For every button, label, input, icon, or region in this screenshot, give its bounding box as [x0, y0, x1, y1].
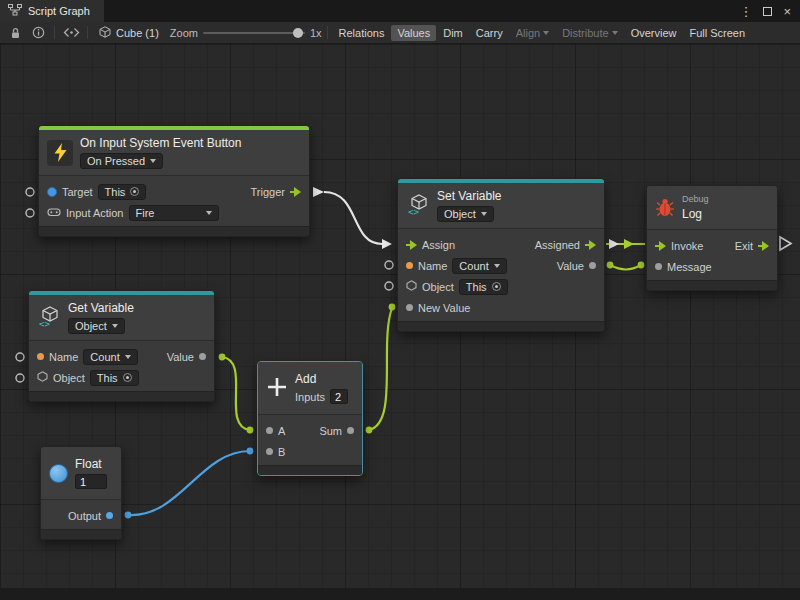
fullscreen-label: Full Screen [689, 27, 745, 39]
fullscreen-button[interactable]: Full Screen [683, 25, 751, 41]
titlebar: Script Graph ⋮ × [0, 0, 800, 22]
assign-input-port[interactable] [406, 240, 417, 250]
variable-scope-dropdown[interactable]: Object [68, 318, 125, 334]
sum-output-port[interactable] [347, 427, 354, 434]
input-action-dropdown[interactable]: Fire [129, 205, 219, 221]
event-mode-dropdown[interactable]: On Pressed [80, 153, 163, 169]
invoke-input-port[interactable] [655, 241, 666, 251]
a-input-port[interactable] [266, 427, 273, 434]
tab-script-graph[interactable]: Script Graph [0, 0, 104, 22]
port-row-output: Output [41, 505, 121, 526]
toolbar-separator [327, 26, 328, 39]
graph-toolbar: Cube (1) Zoom 1x Relations Values Dim Ca… [0, 22, 800, 44]
graph-canvas[interactable]: On Input System Event Button On Pressed … [0, 44, 800, 600]
assigned-output-port[interactable] [585, 240, 596, 250]
overview-button[interactable]: Overview [625, 25, 683, 41]
message-input-port[interactable] [655, 263, 662, 270]
message-port-label: Message [667, 261, 712, 273]
float-node[interactable]: Float 1 Output [40, 446, 122, 540]
variable-name-dropdown[interactable]: Count [452, 258, 506, 274]
inputs-count-field[interactable]: 2 [330, 389, 348, 404]
plus-icon [266, 376, 288, 400]
name-input-port[interactable] [37, 353, 44, 360]
node-footer [647, 280, 777, 290]
get-variable-node[interactable]: <> Get Variable Object Name Count [28, 290, 215, 402]
dropdown-caret-icon [481, 212, 487, 216]
port-row-message: Message [647, 256, 777, 277]
node-title: Set Variable [437, 189, 501, 203]
assign-port-label: Assign [422, 239, 455, 251]
target-object-chip[interactable]: This [98, 184, 147, 200]
object-picker-icon[interactable] [123, 373, 132, 382]
dropdown-caret-icon [125, 355, 131, 359]
dim-button[interactable]: Dim [437, 25, 469, 41]
debug-log-node[interactable]: Debug Log Invoke Exit Message [646, 185, 778, 291]
object-picker-icon[interactable] [130, 187, 139, 196]
svg-text:<>: <> [408, 207, 419, 217]
relations-label: Relations [339, 27, 385, 39]
svg-text:<>: <> [39, 319, 50, 329]
object-target-value: This [97, 372, 118, 384]
code-chevrons-icon[interactable] [60, 24, 82, 42]
set-variable-node[interactable]: <> Set Variable Object Assign Assigned [397, 178, 605, 332]
toolbar-separator [54, 26, 55, 39]
graph-target-object[interactable]: Cube (1) [93, 26, 165, 40]
node-title: Get Variable [68, 301, 134, 315]
value-output-port[interactable] [589, 262, 596, 269]
carry-label: Carry [476, 27, 503, 39]
object-target-chip[interactable]: This [90, 370, 139, 386]
node-title: Log [682, 207, 709, 221]
bug-icon [655, 197, 675, 219]
variable-scope-dropdown[interactable]: Object [437, 206, 494, 222]
port-row-target: Target This Trigger [39, 181, 309, 202]
maximize-icon[interactable] [763, 7, 772, 16]
name-port-label: Name [49, 351, 78, 363]
b-input-port[interactable] [266, 448, 273, 455]
node-footer [29, 391, 214, 401]
distribute-button[interactable]: Distribute [556, 25, 623, 41]
port-row-b: B [258, 441, 362, 462]
script-graph-icon [8, 4, 22, 18]
values-button[interactable]: Values [391, 25, 436, 41]
node-header: Add Inputs 2 [258, 362, 362, 415]
variable-name-dropdown[interactable]: Count [83, 349, 137, 365]
add-node[interactable]: Add Inputs 2 A Sum B [257, 361, 363, 476]
value-output-port[interactable] [199, 353, 206, 360]
target-object-value: This [105, 186, 126, 198]
exit-output-port[interactable] [758, 241, 769, 251]
on-input-event-node[interactable]: On Input System Event Button On Pressed … [38, 125, 310, 237]
node-header: <> Set Variable Object [398, 183, 604, 229]
a-port-label: A [278, 425, 285, 437]
window-controls: ⋮ × [739, 0, 800, 22]
carry-button[interactable]: Carry [470, 25, 509, 41]
variable-cube-icon: <> [406, 193, 430, 219]
new-value-input-port[interactable] [406, 304, 413, 311]
lock-icon[interactable] [4, 24, 26, 42]
float-value-field[interactable]: 1 [75, 474, 107, 489]
align-button[interactable]: Align [510, 25, 555, 41]
value-port-label: Value [167, 351, 194, 363]
node-header: On Input System Event Button On Pressed [39, 130, 309, 176]
info-icon[interactable] [27, 24, 49, 42]
object-picker-icon[interactable] [492, 282, 501, 291]
trigger-output-port[interactable] [290, 187, 301, 197]
zoom-slider[interactable] [203, 27, 305, 39]
zoom-slider-knob[interactable] [293, 28, 303, 38]
node-footer [398, 321, 604, 331]
output-port[interactable] [106, 512, 113, 519]
trigger-port-label: Trigger [251, 186, 285, 198]
object-target-chip[interactable]: This [459, 279, 508, 295]
close-icon[interactable]: × [783, 5, 791, 18]
name-input-port[interactable] [406, 262, 413, 269]
dropdown-caret-icon [150, 159, 156, 163]
variable-cube-icon: <> [37, 305, 61, 331]
relations-button[interactable]: Relations [333, 25, 391, 41]
window-menu-icon[interactable]: ⋮ [739, 5, 752, 18]
node-header: Debug Log [647, 186, 777, 230]
target-port-label: Target [62, 186, 93, 198]
dropdown-caret-icon [494, 264, 500, 268]
object-target-value: This [466, 281, 487, 293]
event-mode-value: On Pressed [87, 155, 145, 167]
values-label: Values [397, 27, 430, 39]
input-action-value: Fire [136, 207, 155, 219]
